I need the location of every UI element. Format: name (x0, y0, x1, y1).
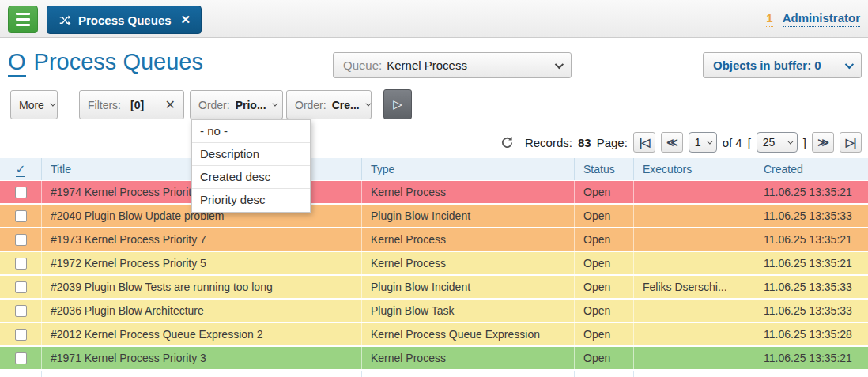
records-label: Records: (525, 136, 572, 149)
objects-in-buffer-select[interactable]: Objects in buffer: 0 (703, 52, 862, 78)
row-checkbox-cell (0, 181, 42, 203)
page-size-select[interactable]: 25 (757, 132, 798, 153)
tab-label: Process Queues (78, 13, 172, 27)
order2-value: Cre... (332, 99, 360, 111)
chevron-down-icon (272, 101, 277, 107)
tab-process-queues[interactable]: Process Queues ✕ (47, 6, 202, 34)
shuffle-icon (58, 14, 72, 26)
page-of-label: of 4 (723, 136, 742, 149)
column-header-type[interactable]: Type (362, 158, 575, 180)
main-menu-button[interactable] (8, 6, 38, 33)
row-checkbox[interactable] (15, 234, 27, 246)
cell-title: #1971 Kernel Process Priority 3 (42, 347, 362, 369)
column-header-status[interactable]: Status (575, 158, 634, 180)
first-page-button[interactable]: |◁ (633, 132, 655, 153)
tab-close-icon[interactable]: ✕ (181, 13, 191, 27)
row-checkbox[interactable] (15, 352, 27, 364)
column-header-created[interactable]: Created (757, 158, 868, 180)
app-window: Process Queues ✕ 1 Administrator O Proce… (0, 0, 868, 377)
cell-executors (634, 205, 757, 227)
buffer-label: Objects in buffer: 0 (713, 58, 821, 72)
user-menu[interactable]: Administrator (783, 11, 860, 27)
cell-type: Kernel Process Queue Expression (362, 323, 575, 345)
table-row[interactable]: #2040 Plugin Blow Update problemPlugin B… (0, 205, 868, 227)
cell-type: Kernel Process (362, 228, 575, 251)
order-dropdown-item[interactable]: - no - (192, 120, 310, 143)
row-checkbox[interactable] (15, 329, 27, 341)
cell-title: #2039 Plugin Blow Tests are running too … (42, 276, 362, 298)
bracket-close: ] (803, 136, 806, 149)
notification-count[interactable]: 1 (766, 11, 772, 27)
order-priority-select[interactable]: Order: Prio... (190, 90, 283, 119)
table-row[interactable]: #1974 Kernel Process PriorityKernel Proc… (0, 181, 868, 203)
cell-status: Open (575, 300, 634, 322)
more-button[interactable]: More (10, 90, 58, 119)
page-title: O Process Queues (8, 49, 203, 77)
order1-label: Order: (198, 99, 230, 111)
cell-executors (634, 347, 757, 369)
row-checkbox-cell (0, 205, 42, 227)
row-checkbox-cell (0, 276, 42, 298)
row-checkbox[interactable] (15, 210, 27, 222)
object-type-link[interactable]: O (8, 49, 26, 77)
cell-title: #2036 Plugin Blow Architecture (42, 300, 362, 322)
run-button[interactable]: ▷ (383, 89, 412, 119)
row-checkbox-cell (0, 228, 42, 251)
select-all-link[interactable]: ✓ (16, 162, 26, 177)
chevron-down-icon (365, 101, 371, 107)
table-row[interactable]: #2012 Kernel Process Queue Expression 2K… (0, 323, 868, 345)
next-page-button[interactable]: ≫ (812, 132, 834, 153)
user-area: 1 Administrator (766, 11, 860, 27)
table-row[interactable]: #1971 Kernel Process Priority 3Kernel Pr… (0, 347, 868, 369)
cell-created: 11.06.25 13:35:21 (757, 252, 868, 274)
row-checkbox[interactable] (15, 281, 27, 293)
filters-label: Filters: (88, 99, 121, 111)
cell-status: Open (575, 276, 634, 298)
partial-next-row (0, 371, 868, 377)
column-header-executors[interactable]: Executors (634, 158, 757, 180)
select-all-cell: ✓ (0, 158, 42, 180)
table-row[interactable]: #2036 Plugin Blow ArchitecturePlugin Blo… (0, 300, 868, 322)
cell-status: Open (575, 228, 634, 251)
last-page-button[interactable]: ▷| (840, 132, 862, 153)
row-checkbox[interactable] (15, 187, 27, 198)
records-count: 83 (578, 136, 591, 149)
prev-page-button[interactable]: ≪ (661, 132, 683, 153)
page-number-value: 1 (695, 136, 701, 149)
clear-filters-icon[interactable]: ✕ (165, 97, 175, 112)
more-label: More (19, 99, 44, 111)
cell-created: 11.06.25 13:35:21 (757, 228, 868, 251)
row-checkbox[interactable] (15, 258, 27, 270)
order-dropdown-item[interactable]: Description (192, 143, 310, 166)
cell-created: 11.06.25 13:35:21 (757, 181, 868, 203)
cell-executors (634, 323, 757, 345)
cell-status: Open (575, 181, 634, 203)
page-number-select[interactable]: 1 (689, 132, 717, 153)
page-title-text: Process Queues (34, 49, 203, 77)
table-row[interactable]: #2039 Plugin Blow Tests are running too … (0, 276, 868, 298)
page-label: Page: (597, 136, 628, 149)
order-created-select[interactable]: Order: Cre... (286, 90, 372, 119)
cell-created: 11.06.25 13:35:28 (757, 323, 868, 345)
filters-count: [0] (130, 99, 144, 111)
refresh-icon[interactable] (500, 136, 514, 149)
cell-executors (634, 181, 757, 203)
hamburger-icon (16, 13, 30, 15)
row-checkbox[interactable] (15, 305, 27, 317)
order-dropdown-item[interactable]: Created desc (192, 166, 310, 189)
process-table: ✓ Title Type Status Executors Created #1… (0, 158, 868, 377)
cell-type: Plugin Blow Incident (362, 205, 575, 227)
bracket-open: [ (748, 136, 751, 149)
cell-type: Plugin Blow Task (362, 300, 575, 322)
cell-status: Open (575, 323, 634, 345)
order-dropdown-item[interactable]: Priority desc (192, 189, 310, 212)
chevron-down-icon (50, 101, 55, 107)
cell-title: #1972 Kernel Process Priority 5 (42, 252, 362, 274)
queue-select[interactable]: Queue: Kernel Process (333, 52, 572, 78)
table-row[interactable]: #1972 Kernel Process Priority 5Kernel Pr… (0, 252, 868, 274)
cell-created: 11.06.25 13:35:33 (757, 276, 868, 298)
filters-button[interactable]: Filters: [0] ✕ (79, 90, 184, 119)
cell-status: Open (575, 252, 634, 274)
table-row[interactable]: #1973 Kernel Process Priority 7Kernel Pr… (0, 228, 868, 251)
cell-executors (634, 300, 757, 322)
